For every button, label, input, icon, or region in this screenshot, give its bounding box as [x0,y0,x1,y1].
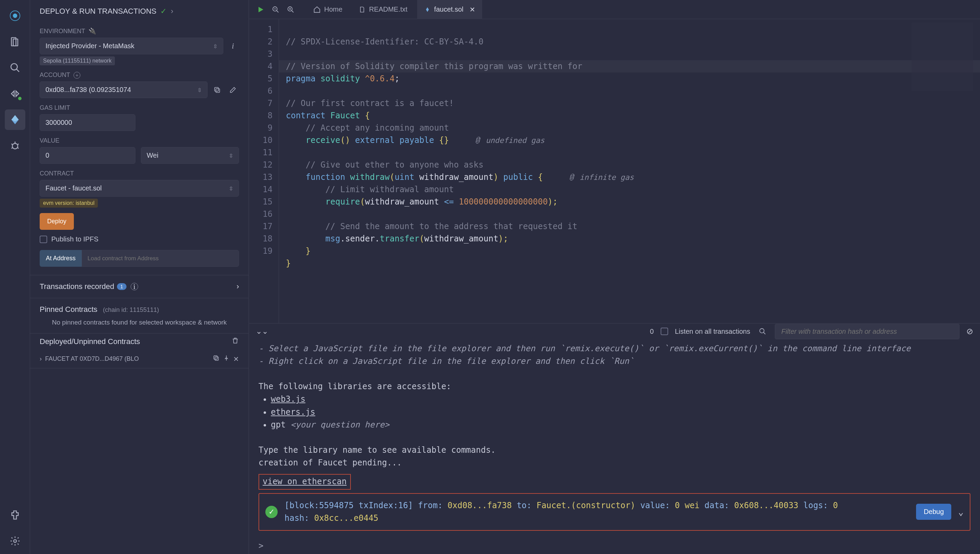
svg-point-4 [11,64,18,70]
minimap[interactable] [912,22,973,91]
check-icon: ✓ [161,7,167,16]
tab-readme[interactable]: README.txt [352,0,414,19]
deployed-contract-item[interactable]: › FAUCET AT 0XD7D...D4967 (BLO ✕ [30,350,248,368]
gas-input[interactable] [40,114,135,131]
svg-rect-16 [214,356,217,359]
svg-rect-14 [215,87,218,91]
pinned-row: Pinned Contracts (chain id: 11155111) [30,298,248,316]
compile-success-dot [18,96,22,101]
contract-label: CONTRACT [40,170,239,177]
chevron-updown-icon [229,151,233,159]
debug-button[interactable]: Debug [916,504,951,520]
run-icon[interactable] [255,3,267,16]
close-icon[interactable]: ✕ [233,355,239,363]
value-input[interactable] [40,147,135,164]
panel-header: DEPLOY & RUN TRANSACTIONS ✓ › [30,0,248,21]
env-info-icon[interactable]: i [227,40,239,53]
listen-count: 0 [650,328,654,336]
svg-line-11 [17,147,19,148]
deployed-row: Deployed/Unpinned Contracts [30,333,248,350]
network-chip: Sepolia (11155111) network [40,56,115,65]
zoom-out-icon[interactable] [269,3,282,16]
zoom-in-icon[interactable] [285,3,297,16]
svg-line-10 [11,147,13,148]
svg-point-24 [760,329,764,333]
gas-label: GAS LIMIT [40,104,239,111]
svg-rect-15 [215,357,218,360]
transaction-log[interactable]: ✓ [block:5594875 txIndex:16] from: 0xd08… [259,493,970,531]
svg-line-18 [277,10,279,12]
ethers-link[interactable]: ethers.js [271,407,315,417]
settings-icon[interactable] [5,531,25,551]
compiler-icon[interactable] [5,83,25,104]
debugger-icon[interactable] [5,135,25,156]
chevron-updown-icon [229,184,233,192]
env-select[interactable]: Injected Provider - MetaMask [40,38,223,54]
publish-ipfs-label: Publish to IPFS [51,235,99,243]
line-gutter: 12345678910111213141516171819 [249,19,279,323]
contract-select[interactable]: Faucet - faucet.sol [40,180,239,197]
svg-line-5 [16,69,19,72]
svg-rect-13 [216,89,220,92]
terminal-output: - Select a JavaScript file in the file e… [249,339,980,538]
file-explorer-icon[interactable] [5,32,25,52]
svg-line-21 [292,10,294,12]
tab-home[interactable]: Home [306,0,349,19]
tx-recorded-row[interactable]: Transactions recorded 1 i › [30,275,248,298]
copy-icon[interactable] [213,355,220,363]
value-label: VALUE [40,137,239,144]
plugin-manager-icon[interactable] [5,505,25,525]
pinned-empty-text: No pinned contracts found for selected w… [30,316,248,333]
listen-label: Listen on all transactions [675,328,750,336]
svg-line-25 [764,333,765,334]
plug-icon: 🔌 [89,27,96,35]
code-editor[interactable]: 12345678910111213141516171819 // SPDX-Li… [249,19,980,323]
publish-ipfs-checkbox[interactable] [40,236,47,243]
svg-line-8 [11,144,13,145]
edit-account-icon[interactable] [227,84,239,96]
at-address-input[interactable] [82,250,239,267]
panel-title: DEPLOY & RUN TRANSACTIONS [40,7,156,16]
at-address-button[interactable]: At Address [40,250,82,267]
listen-checkbox[interactable] [661,328,668,335]
svg-point-6 [12,143,18,149]
view-etherscan-link[interactable]: view on etherscan [259,474,351,489]
deploy-run-icon[interactable] [5,110,25,130]
chevron-right-icon[interactable]: › [171,7,173,16]
terminal-filter-input[interactable] [775,324,959,339]
copy-account-icon[interactable] [211,84,223,96]
chevron-down-icon[interactable]: ⌄ [958,505,964,519]
tab-faucet[interactable]: faucet.sol ✕ [417,0,482,19]
terminal-prompt[interactable]: > [249,538,980,554]
env-label: ENVIRONMENT [40,28,85,35]
svg-line-9 [17,144,19,145]
chevron-right-icon: › [40,355,42,363]
clear-filter-icon[interactable]: ⊘ [966,326,973,336]
value-unit-select[interactable]: Wei [141,147,239,164]
chevron-right-icon: › [237,282,239,291]
deploy-button[interactable]: Deploy [40,213,74,230]
search-icon[interactable] [5,57,25,78]
info-icon[interactable]: i [130,283,138,290]
svg-point-12 [14,540,16,542]
chevron-updown-icon [197,86,202,94]
account-plus-icon[interactable]: + [73,72,80,79]
evm-chip: evm version: istanbul [40,199,98,208]
close-tab-icon[interactable]: ✕ [469,5,475,14]
remix-logo[interactable] [5,5,25,26]
tx-count-badge: 1 [117,283,127,290]
svg-point-1 [13,14,17,18]
account-label: ACCOUNT [40,72,70,79]
account-select[interactable]: 0xd08...fa738 (0.092351074 [40,81,208,98]
chevron-updown-icon [213,42,218,50]
terminal-collapse-icon[interactable]: ⌄⌄ [256,327,268,336]
trash-icon[interactable] [231,337,239,346]
terminal-search-icon[interactable] [757,326,768,337]
pin-icon[interactable] [223,355,230,363]
tx-success-icon: ✓ [265,506,278,518]
web3-link[interactable]: web3.js [271,394,305,404]
